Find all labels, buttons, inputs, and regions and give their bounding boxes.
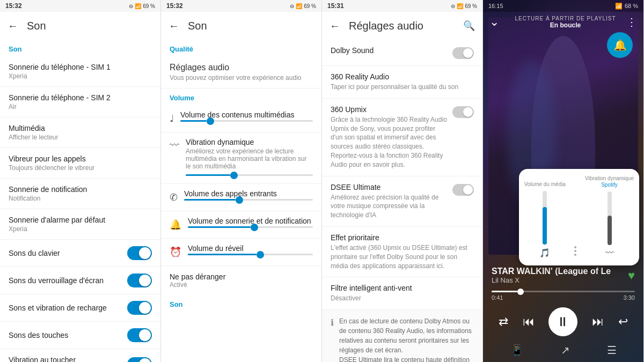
page-title-2: Son	[188, 20, 314, 32]
vol-vibration-track[interactable]	[608, 191, 612, 245]
music-signal-icon: 📶	[615, 3, 623, 10]
back-button-1[interactable]: ←	[8, 20, 18, 32]
list-item-sonnerie-sim1[interactable]: Sonnerie du téléphone - SIM 1 Xperia	[0, 56, 160, 87]
slider-vibration[interactable]	[186, 174, 313, 176]
status-bar-3: 15:31 ⊖ 📶 69 %	[322, 0, 482, 12]
toggle-dolby-switch[interactable]	[452, 47, 474, 59]
previous-button[interactable]: ⏮	[523, 315, 535, 329]
section-son-bottom: Son	[161, 295, 321, 312]
vol-media-track[interactable]	[543, 191, 547, 245]
queue-icon[interactable]: ☰	[607, 344, 617, 357]
info-box: ℹ En cas de lecture de contenu Dolby Atm…	[322, 310, 482, 362]
share-icon[interactable]: ↗	[561, 344, 570, 357]
toggle-360-upmix[interactable]: 360 Upmix Grâce à la technologie 360 Rea…	[322, 99, 482, 176]
progress-track[interactable]	[492, 291, 635, 292]
time-elapsed: 0:41	[492, 294, 503, 301]
item-effet-prioritaire[interactable]: Effet prioritaire L'effet activé (360 Up…	[322, 227, 482, 277]
more-options-icon[interactable]: ⋮	[626, 16, 637, 28]
status-bar-1: 15:32 ⊖ 📶 69 %	[0, 0, 160, 12]
artist-name: Lil Nas X	[492, 276, 611, 284]
top-bar-2: ← Son	[161, 12, 321, 40]
wifi-icon: 📶	[135, 3, 141, 9]
toggle-360-upmix-switch[interactable]	[452, 106, 474, 118]
toggle-dsee[interactable]: DSEE Ultimate Améliorez avec précision l…	[322, 176, 482, 227]
music-battery-icon: 68 %	[625, 3, 638, 9]
item-filtre-vent[interactable]: Filtre intelligent anti-vent Désactiver	[322, 277, 482, 310]
item-360-reality[interactable]: 360 Reality Audio Taper ici pour personn…	[322, 66, 482, 99]
shuffle-button[interactable]: ⇄	[499, 315, 508, 329]
volume-reveil: ⏰ Volume du réveil	[161, 239, 321, 266]
music-vol-icon: 🎵	[539, 248, 550, 258]
list-item-sons-recharge[interactable]: Sons et vibration de recharge	[0, 294, 160, 322]
list-item-vibration-toucher[interactable]: Vibration au toucher Retour tactile, cla…	[0, 349, 160, 362]
content-2: Qualité Réglages audio Vous pouvez optim…	[161, 40, 321, 362]
slider-reveil[interactable]	[188, 254, 313, 255]
battery-icon-2: 69 %	[304, 3, 316, 9]
section-qualite: Qualité	[161, 40, 321, 56]
music-progress: 0:41 3:30	[483, 289, 643, 303]
volume-overlay-widget: Volume du média 🎵 Vibration dynamiqueSpo…	[519, 169, 639, 265]
song-title: STAR WALKIN' (League of Le	[492, 267, 611, 276]
list-item-sons-verrou[interactable]: Sons du verrouillage d'écran	[0, 267, 160, 294]
toggle-dsee-switch[interactable]	[452, 184, 474, 196]
time-1: 15:32	[5, 2, 22, 10]
time-3: 15:31	[327, 2, 344, 10]
top-bar-1: ← Son	[0, 12, 160, 40]
list-item-sonnerie-notif[interactable]: Sonnerie de notification Notification	[0, 179, 160, 209]
chevron-down-icon[interactable]: ⌄	[489, 15, 499, 29]
info-icon: ℹ	[331, 317, 334, 362]
list-item-sons-touches[interactable]: Sons des touches	[0, 322, 160, 349]
time-total: 3:30	[624, 294, 635, 301]
audio-reglages[interactable]: Réglages audio Vous pouvez optimiser vot…	[161, 56, 321, 88]
bell-circle-icon[interactable]: 🔔	[607, 32, 633, 58]
back-button-2[interactable]: ←	[169, 20, 179, 32]
toggle-sons-verrou[interactable]	[127, 274, 152, 287]
loop-label: En boucle	[504, 21, 626, 29]
search-icon-3[interactable]: 🔍	[463, 20, 475, 32]
list-item-multimedia[interactable]: Multimédia Afficher le lecteur	[0, 117, 160, 148]
vol-media-label: Volume du média	[524, 181, 566, 188]
toggle-sons-touches[interactable]	[127, 328, 152, 342]
progress-thumb	[517, 289, 524, 295]
repeat-button[interactable]: ↩	[618, 315, 628, 329]
wifi-icon-3: 📶	[457, 3, 463, 9]
toggle-sons-recharge[interactable]	[127, 301, 152, 315]
page-title-3: Réglages audio	[349, 20, 463, 32]
battery-icon-3: 69 %	[465, 3, 477, 9]
ne-pas-deranger[interactable]: Ne pas déranger Activé	[161, 266, 321, 295]
list-item-sonnerie-alarme[interactable]: Sonnerie d'alarme par défaut Xperia	[0, 209, 160, 240]
audio-sub: Vous pouvez optimiser votre expérience a…	[170, 74, 313, 82]
music-time: 16:15	[488, 3, 503, 9]
music-status-bar: 16:15 📶 68 %	[483, 0, 643, 12]
slider-multimedia[interactable]	[180, 120, 313, 122]
music-header: ⌄ LECTURE À PARTIR DE PLAYLIST En boucle…	[483, 12, 643, 32]
volume-dots	[574, 244, 576, 258]
status-bar-2: 15:32 ⊖ 📶 69 %	[161, 0, 321, 12]
list-item-sonnerie-sim2[interactable]: Sonnerie du téléphone - SIM 2 Air	[0, 87, 160, 117]
section-volume: Volume	[161, 88, 321, 105]
volume-appels: ✆ Volume des appels entrants	[161, 184, 321, 211]
slider-sonnerie[interactable]	[188, 226, 313, 228]
toggle-dolby[interactable]: Dolby Sound	[322, 40, 482, 66]
panel-son-main: 15:32 ⊖ 📶 69 % ← Son Son Sonnerie du tél…	[0, 0, 161, 362]
content-1: Son Sonnerie du téléphone - SIM 1 Xperia…	[0, 40, 160, 362]
list-item-vibreur[interactable]: Vibreur pour les appels Toujours déclenc…	[0, 148, 160, 179]
status-icons-3: ⊖ 📶 69 %	[451, 3, 477, 9]
list-item-sons-clavier[interactable]: Sons du clavier	[0, 240, 160, 267]
like-button[interactable]: ♥	[628, 269, 635, 283]
toggle-sons-clavier[interactable]	[127, 246, 152, 260]
play-pause-button[interactable]: ⏸	[548, 307, 577, 336]
next-button[interactable]: ⏭	[592, 315, 604, 329]
music-actions: 📱 ↗ ☰	[483, 341, 643, 362]
slider-appels[interactable]	[184, 199, 313, 201]
wave-icon: 〰	[170, 140, 179, 151]
music-info: STAR WALKIN' (League of Le Lil Nas X ♥	[483, 262, 643, 289]
progress-fill	[492, 291, 517, 292]
volume-vibration: 〰 Vibration dynamique Améliorez votre ex…	[161, 132, 321, 184]
music-note-icon: ♩	[170, 113, 174, 124]
back-button-3[interactable]: ←	[330, 20, 340, 32]
devices-icon[interactable]: 📱	[510, 344, 524, 357]
status-icons-1: ⊖ 📶 69 %	[129, 3, 155, 9]
signal-icon-3: ⊖	[451, 3, 455, 9]
toggle-vibration-toucher[interactable]	[127, 357, 152, 362]
